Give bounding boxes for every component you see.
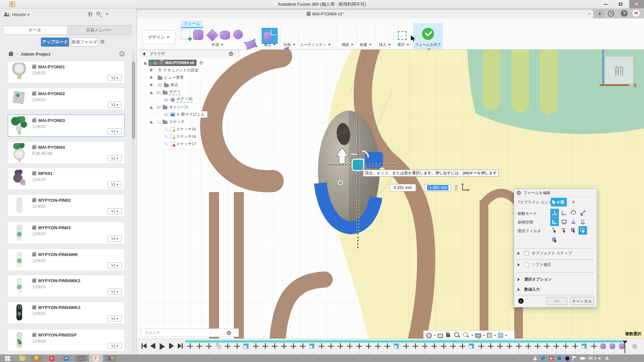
- tab-form[interactable]: フォーム: [181, 20, 203, 27]
- look-at-icon[interactable]: [438, 334, 443, 338]
- soft-modification-section[interactable]: ソフト修正: [518, 262, 551, 267]
- visibility-off-eye-icon[interactable]: [164, 127, 169, 131]
- activate-component-radio[interactable]: [198, 60, 205, 66]
- timeline-marker-move[interactable]: [460, 343, 466, 349]
- filter-tspline-body-icon[interactable]: [550, 236, 559, 244]
- tray-user-icon[interactable]: [531, 355, 539, 362]
- visibility-eye-icon[interactable]: [158, 83, 162, 87]
- fit-view-icon[interactable]: [463, 332, 469, 339]
- zoom-icon[interactable]: [454, 332, 461, 339]
- project-item[interactable]: MYPYON-PIN02 12/9/20 V1: [8, 194, 125, 217]
- offset-y-input[interactable]: -1.882 mm: [425, 184, 451, 191]
- expand-icon[interactable]: [518, 263, 522, 266]
- version-dropdown[interactable]: V1: [108, 289, 122, 295]
- timeline-gear-icon[interactable]: ⚙: [632, 343, 637, 350]
- version-dropdown[interactable]: V1: [108, 236, 122, 242]
- group-create[interactable]: 作成: [206, 42, 229, 47]
- timeline-marker-move[interactable]: [572, 343, 578, 349]
- visibility-eye-icon[interactable]: [156, 90, 161, 95]
- hub-selector[interactable]: Hiroshi: [12, 12, 30, 17]
- tree-node-bodies[interactable]: ボディ: [150, 89, 183, 96]
- expand-icon[interactable]: [518, 252, 522, 255]
- timeline-marker-move[interactable]: [488, 343, 494, 349]
- tray-volume-icon[interactable]: [594, 355, 602, 362]
- cancel-button[interactable]: キャンセル: [570, 297, 594, 305]
- visibility-off-eye-icon[interactable]: [164, 134, 169, 139]
- chevron-down-icon[interactable]: [471, 335, 473, 337]
- add-comment-icon[interactable]: [227, 331, 231, 335]
- tray-flag-icon[interactable]: [571, 355, 578, 362]
- collapse-browser-icon[interactable]: [143, 52, 145, 56]
- offset-x-input[interactable]: 0.331 mm: [390, 184, 416, 191]
- filter-body-icon[interactable]: [579, 226, 587, 235]
- create-sketch-icon[interactable]: [181, 30, 190, 39]
- workspace-switcher[interactable]: デザイン: [142, 30, 175, 44]
- timeline-marker-move[interactable]: [187, 343, 193, 349]
- timeline-step-forward-button[interactable]: [169, 343, 174, 349]
- timeline-marker-move[interactable]: [281, 343, 287, 349]
- viewports-icon[interactable]: [498, 333, 503, 338]
- visibility-eye-icon[interactable]: [156, 105, 161, 109]
- timeline-marker-move[interactable]: [525, 343, 531, 349]
- user-avatar[interactable]: HI: [632, 9, 640, 17]
- fusion360-taskbar-icon[interactable]: F: [89, 355, 103, 362]
- group-construct[interactable]: 構築: [339, 42, 356, 47]
- home-icon[interactable]: [9, 53, 13, 56]
- scrollbar-thumb[interactable]: [132, 62, 135, 139]
- visibility-off-eye-icon[interactable]: [156, 120, 161, 124]
- project-item[interactable]: MYPYON-PIN04WK 12/9/20 V1: [8, 249, 125, 271]
- pan-icon[interactable]: [445, 332, 452, 339]
- timeline-marker-move[interactable]: [431, 343, 437, 349]
- group-utility[interactable]: ユーティリティ: [298, 42, 333, 47]
- expanded-icon[interactable]: [150, 91, 153, 94]
- filter-vertex-icon[interactable]: [550, 226, 559, 235]
- remote-desktop-icon[interactable]: [60, 355, 73, 362]
- move-mode-xy-icon[interactable]: [560, 209, 568, 217]
- tray-app-icon[interactable]: [564, 355, 571, 362]
- tray-badge-1[interactable]: 37: [539, 355, 547, 362]
- timeline-marker-move[interactable]: [422, 343, 428, 349]
- version-dropdown[interactable]: V1: [108, 208, 122, 214]
- timeline-marker-move[interactable]: [413, 343, 419, 349]
- project-item-selected[interactable]: MAI-PYON03 12/8/20 V1: [8, 115, 125, 137]
- object-snap-checkbox[interactable]: [524, 251, 529, 256]
- object-snap-section[interactable]: オブジェクト スナップ: [518, 251, 572, 256]
- maximize-button[interactable]: [613, 0, 628, 8]
- job-status-icon[interactable]: [608, 10, 614, 17]
- expand-icon[interactable]: [518, 288, 522, 291]
- project-item[interactable]: MYPYON-PIN04WK2 12/9/20 V1: [8, 275, 125, 297]
- search-icon[interactable]: [97, 12, 100, 15]
- visibility-eye-icon[interactable]: [164, 98, 169, 102]
- timeline-marker-move[interactable]: [403, 343, 409, 349]
- project-item[interactable]: MYPYON-PIN05SP 12/9/20 V1: [8, 329, 125, 351]
- tree-node-canvases[interactable]: キャンバス: [150, 104, 192, 110]
- soft-mod-checkbox[interactable]: [524, 262, 529, 267]
- start-button[interactable]: [1, 355, 14, 362]
- timeline-marker-move[interactable]: [290, 343, 297, 349]
- tray-ime-indicator[interactable]: A: [603, 355, 611, 362]
- chevron-down-icon[interactable]: [483, 335, 485, 337]
- visibility-off-eye-icon[interactable]: [164, 142, 169, 146]
- timeline-marker-move[interactable]: [356, 343, 362, 349]
- firefox-icon[interactable]: [30, 355, 44, 362]
- vivaldi-icon[interactable]: V: [45, 355, 58, 362]
- timeline-marker-formsel[interactable]: [394, 344, 399, 349]
- ok-button[interactable]: OK: [546, 297, 567, 305]
- help-icon[interactable]: ?: [621, 10, 628, 17]
- chevron-down-icon[interactable]: [494, 335, 496, 337]
- select-icon[interactable]: [398, 31, 407, 40]
- dialog-header[interactable]: フォームを編集: [514, 189, 597, 197]
- edit-form-icon[interactable]: [262, 28, 278, 44]
- timeline-marker-formsel[interactable]: [469, 344, 474, 349]
- timeline-marker-move[interactable]: [272, 343, 278, 349]
- timeline-marker-move[interactable]: [544, 343, 550, 349]
- project-item[interactable]: MYPYON-PIN04WK3 12/9/20 V1: [8, 302, 125, 324]
- timeline-marker-move[interactable]: [234, 343, 240, 349]
- timeline-skip-start-button[interactable]: [142, 343, 147, 349]
- chevron-down-icon[interactable]: [505, 335, 507, 337]
- create-cylinder-icon[interactable]: [220, 31, 230, 40]
- expanded-icon[interactable]: [144, 62, 147, 65]
- tree-node-root[interactable]: MAI-PYON04 v0: [144, 59, 205, 66]
- timeline-marker-box[interactable]: [610, 344, 615, 349]
- expanded-icon[interactable]: [150, 121, 153, 124]
